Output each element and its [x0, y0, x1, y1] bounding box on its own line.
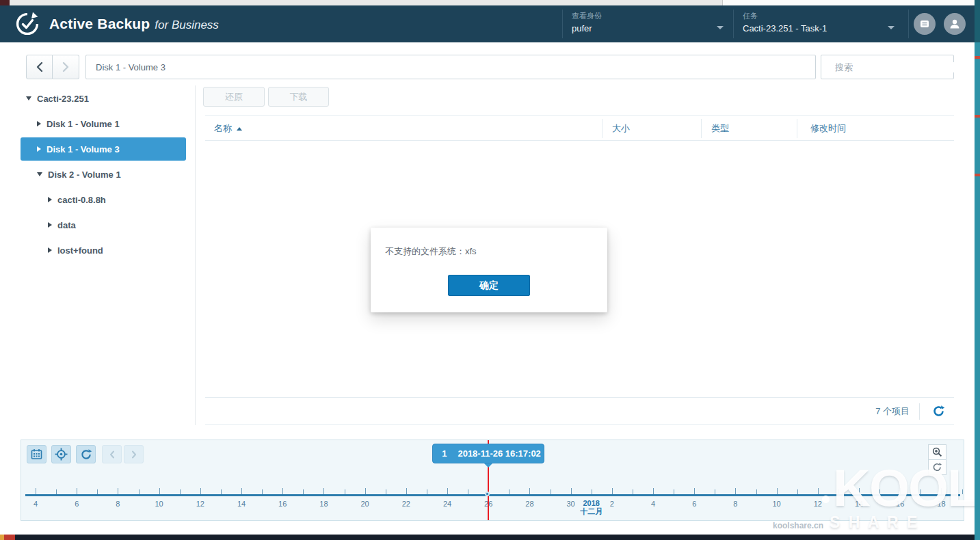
forward-button[interactable] — [53, 55, 79, 79]
header-divider — [733, 10, 734, 38]
status-bar: 7 个项目 — [205, 397, 954, 425]
version-tooltip[interactable]: 1 2018-11-26 16:17:02 — [432, 444, 544, 463]
active-backup-logo-icon — [15, 12, 40, 36]
search-input[interactable] — [835, 62, 955, 72]
table-header-row: 名称 大小 类型 修改时间 — [205, 115, 954, 141]
timeline-tick — [427, 489, 427, 494]
chevron-down-icon — [888, 26, 895, 33]
zoom-in-button[interactable] — [928, 444, 946, 460]
column-separator — [701, 119, 702, 138]
task-label: 任务 — [743, 11, 901, 21]
locate-icon — [55, 448, 68, 461]
calendar-button[interactable] — [27, 445, 47, 463]
timeline-next-button[interactable] — [124, 445, 144, 463]
chevron-down-icon — [26, 96, 31, 100]
timeline-tick — [56, 489, 57, 494]
chevron-right-icon — [131, 450, 137, 459]
version-count-badge: 1 — [442, 448, 447, 459]
timeline-day-label: 12 — [814, 500, 822, 508]
ok-button[interactable]: 确定 — [448, 275, 530, 296]
restore-button[interactable]: 还原 — [203, 87, 265, 107]
watermark-share: S H A R E — [830, 513, 919, 532]
column-header-mtime[interactable]: 修改时间 — [810, 116, 846, 141]
identity-dropdown[interactable]: 查看身份 pufer — [572, 5, 729, 42]
refresh-icon — [932, 405, 945, 418]
message-icon — [919, 18, 930, 29]
scrollbar-top — [975, 0, 980, 42]
timeline-tick — [633, 489, 633, 494]
back-button[interactable] — [26, 55, 53, 79]
timeline-tick — [756, 489, 757, 494]
timeline-tick — [262, 489, 263, 494]
sidebar-item-lost-found[interactable]: lost+found — [21, 239, 186, 262]
sidebar-item-disk-2-volume-1[interactable]: Disk 2 - Volume 1 — [21, 163, 186, 186]
watermark-site: koolshare.cn — [773, 521, 823, 530]
dialog-message: 不支持的文件系统：xfs — [385, 245, 477, 258]
sidebar-item-disk-1-volume-3[interactable]: Disk 1 - Volume 3 — [21, 137, 186, 161]
items-count: 7 个项目 — [875, 405, 910, 418]
timeline-day-label: 22 — [402, 500, 410, 508]
scrollbar-mark — [975, 115, 980, 118]
timeline-refresh-button[interactable] — [76, 445, 96, 463]
timeline-day-label: 20 — [360, 500, 369, 508]
bottom-sliver-red — [4, 535, 15, 540]
locate-version-button[interactable] — [51, 445, 71, 463]
sort-ascending-icon — [237, 127, 242, 131]
scrollbar-mark — [975, 56, 980, 59]
timeline-month-label: 2018十二月 — [580, 499, 602, 515]
timeline-tick — [180, 489, 181, 494]
column-header-name[interactable]: 名称 — [214, 116, 242, 141]
timeline-day-label: 4 — [34, 500, 38, 508]
refresh-button[interactable] — [929, 403, 947, 420]
timeline-day-label: 2 — [610, 500, 614, 508]
timeline-tick — [77, 488, 77, 494]
sidebar-item-data[interactable]: data — [21, 213, 186, 237]
sidebar-item-cacti-23-251[interactable]: Cacti-23.251 — [21, 87, 186, 110]
sidebar-item-label: Disk 1 - Volume 1 — [47, 119, 120, 129]
timeline-tick — [529, 488, 530, 494]
refresh-icon — [80, 448, 92, 461]
timeline-day-label: 10 — [155, 500, 163, 508]
timeline-tick — [694, 488, 695, 494]
search-box[interactable] — [821, 55, 954, 79]
timeline-prev-button[interactable] — [102, 445, 122, 463]
timeline-tick — [509, 489, 509, 494]
timeline-tick — [221, 489, 222, 494]
column-header-size[interactable]: 大小 — [612, 116, 630, 141]
sidebar-item-label: Disk 2 - Volume 1 — [48, 170, 121, 180]
timeline-day-label: 12 — [196, 500, 204, 508]
task-dropdown[interactable]: 任务 Cacti-23.251 - Task-1 — [743, 5, 901, 42]
app-title-group: Active Backupfor Business — [49, 16, 219, 32]
user-icon — [949, 18, 961, 30]
sidebar-item-label: data — [57, 220, 76, 230]
message-button[interactable] — [914, 13, 936, 35]
user-menu-button[interactable] — [944, 13, 966, 35]
timeline-tick — [139, 489, 140, 494]
timeline-tick — [241, 488, 242, 494]
column-header-type[interactable]: 类型 — [711, 116, 729, 141]
chevron-down-icon — [717, 26, 724, 33]
timeline-tick — [551, 489, 551, 494]
browser-scrollbar[interactable] — [975, 0, 980, 540]
column-header-name-label: 名称 — [214, 122, 232, 135]
sidebar-item-cacti-0-8-8h[interactable]: cacti-0.8.8h — [21, 188, 186, 211]
timeline-selected-dot[interactable] — [485, 491, 490, 496]
timeline-tick — [159, 488, 160, 494]
timeline-day-label: 30 — [566, 500, 574, 508]
timeline-tick — [735, 488, 736, 494]
timeline-tick — [200, 488, 201, 494]
timeline-tick — [715, 489, 715, 494]
zoom-in-icon — [932, 447, 942, 457]
chevron-right-icon — [37, 146, 41, 152]
scrollbar-mark — [975, 174, 980, 176]
chevron-right-icon — [48, 247, 52, 253]
breadcrumb-input[interactable] — [85, 55, 816, 79]
timeline-day-label: 18 — [319, 500, 328, 508]
bottom-browser-sliver — [0, 535, 980, 540]
chevron-right-icon — [48, 222, 52, 228]
chevron-right-icon — [48, 197, 52, 202]
download-button[interactable]: 下载 — [268, 87, 329, 107]
sidebar-item-disk-1-volume-1[interactable]: Disk 1 - Volume 1 — [21, 112, 186, 135]
sidebar-tree: Cacti-23.251Disk 1 - Volume 1Disk 1 - Vo… — [21, 87, 186, 264]
timeline-tick — [571, 488, 572, 494]
